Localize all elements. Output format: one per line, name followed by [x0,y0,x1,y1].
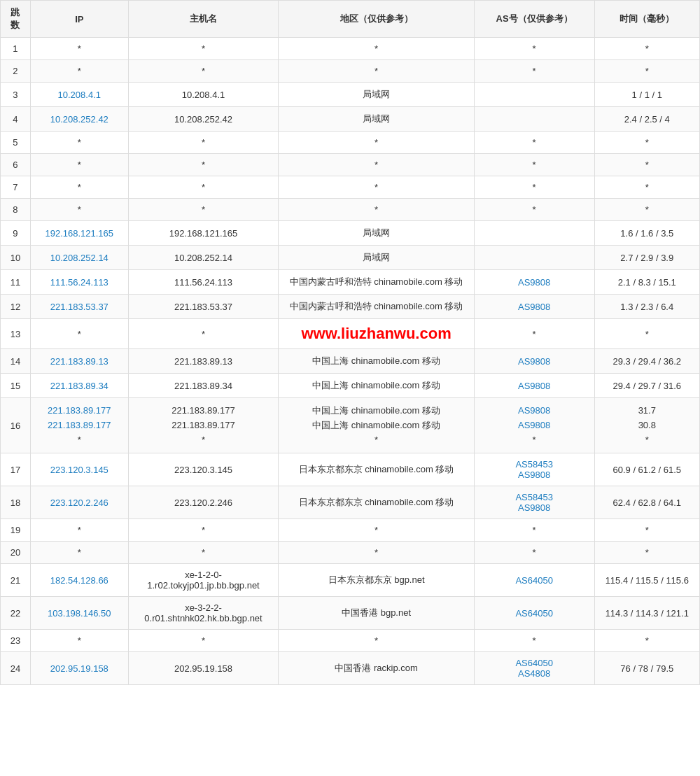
cell-time: * [594,60,699,83]
table-row: 12221.183.53.37221.183.53.37中国内蒙古呼和浩特 ch… [1,295,700,319]
cell-host: 223.120.3.145 [128,453,279,486]
cell-hop: 17 [1,453,31,486]
table-header-row: 跳数 IP 主机名 地区（仅供参考） AS号（仅供参考） 时间（毫秒） [1,1,700,38]
cell-time: 1.3 / 2.3 / 6.4 [594,295,699,319]
cell-hop: 24 [1,652,31,685]
cell-hop: 5 [1,132,31,154]
table-row: 1010.208.252.1410.208.252.14局域网2.7 / 2.9… [1,246,700,270]
cell-time: * [594,154,699,176]
cell-hop: 22 [1,597,31,630]
cell-hop: 3 [1,83,31,107]
table-row: 21182.54.128.66xe-1-2-0-1.r02.tokyjp01.j… [1,564,700,597]
cell-ip: 221.183.89.13 [30,349,128,374]
cell-ip: * [30,154,128,176]
cell-region: * [279,60,474,83]
cell-as: * [474,38,594,60]
cell-ip: 192.168.121.165 [30,221,128,246]
cell-time: 115.4 / 115.5 / 115.6 [594,564,699,597]
cell-as [474,83,594,107]
cell-time: 29.3 / 29.4 / 36.2 [594,349,699,374]
cell-region: 中国香港 bgp.net [279,597,474,630]
cell-ip: 223.120.3.145 [30,453,128,486]
table-row: 19***** [1,519,700,542]
cell-ip: 10.208.252.42 [30,107,128,132]
cell-host: 192.168.121.165 [128,221,279,246]
table-row: 15221.183.89.34221.183.89.34中国上海 chinamo… [1,374,700,398]
cell-time: 31.730.8* [594,398,699,453]
cell-as: AS9808 [474,295,594,319]
table-row: 7***** [1,176,700,199]
cell-hop: 21 [1,564,31,597]
cell-host: * [128,519,279,542]
cell-ip: * [30,176,128,199]
header-ip: IP [30,1,128,38]
cell-as: * [474,132,594,154]
cell-ip: * [30,542,128,564]
cell-time: 2.4 / 2.5 / 4 [594,107,699,132]
cell-as: * [474,154,594,176]
cell-host: 221.183.89.13 [128,349,279,374]
cell-as: * [474,519,594,542]
cell-host: 221.183.89.34 [128,374,279,398]
table-row: 14221.183.89.13221.183.89.13中国上海 chinamo… [1,349,700,374]
cell-host: * [128,154,279,176]
cell-region: * [279,630,474,652]
cell-hop: 11 [1,270,31,295]
table-row: 2***** [1,60,700,83]
cell-time: * [594,319,699,349]
cell-as: * [474,319,594,349]
cell-region: 日本东京都东京 chinamobile.com 移动 [279,453,474,486]
cell-hop: 19 [1,519,31,542]
cell-ip: 103.198.146.50 [30,597,128,630]
cell-hop: 13 [1,319,31,349]
cell-region: 局域网 [279,83,474,107]
cell-host: * [128,60,279,83]
cell-ip: 221.183.89.177221.183.89.177* [30,398,128,453]
table-row: 24202.95.19.158202.95.19.158中国香港 rackip.… [1,652,700,685]
cell-ip: 223.120.2.246 [30,486,128,519]
cell-hop: 12 [1,295,31,319]
cell-region: 日本东京都东京 chinamobile.com 移动 [279,486,474,519]
table-row: 13**www.liuzhanwu.com** [1,319,700,349]
table-row: 1***** [1,38,700,60]
cell-host: 221.183.89.177221.183.89.177* [128,398,279,453]
cell-ip: * [30,38,128,60]
cell-hop: 2 [1,60,31,83]
cell-region: * [279,132,474,154]
cell-hop: 7 [1,176,31,199]
cell-ip: 182.54.128.66 [30,564,128,597]
cell-host: 223.120.2.246 [128,486,279,519]
cell-region: www.liuzhanwu.com [279,319,474,349]
cell-time: 60.9 / 61.2 / 61.5 [594,453,699,486]
cell-region: 局域网 [279,246,474,270]
cell-ip: 202.95.19.158 [30,652,128,685]
cell-time: * [594,38,699,60]
table-row: 6***** [1,154,700,176]
cell-as: AS58453AS9808 [474,486,594,519]
traceroute-table: 跳数 IP 主机名 地区（仅供参考） AS号（仅供参考） 时间（毫秒） 1***… [0,0,700,685]
cell-as: * [474,630,594,652]
cell-ip: 111.56.24.113 [30,270,128,295]
table-row: 410.208.252.4210.208.252.42局域网2.4 / 2.5 … [1,107,700,132]
header-time: 时间（毫秒） [594,1,699,38]
cell-hop: 9 [1,221,31,246]
cell-as: AS64050 [474,597,594,630]
cell-host: * [128,630,279,652]
cell-as: AS9808 [474,349,594,374]
cell-as: AS9808AS9808* [474,398,594,453]
cell-host: * [128,176,279,199]
cell-host: xe-1-2-0-1.r02.tokyjp01.jp.bb.bgp.net [128,564,279,597]
cell-as: * [474,60,594,83]
cell-region: 局域网 [279,107,474,132]
table-row: 22103.198.146.50xe-3-2-2-0.r01.shtnhk02.… [1,597,700,630]
cell-host: 10.208.4.1 [128,83,279,107]
cell-ip: * [30,199,128,221]
cell-time: 2.1 / 8.3 / 15.1 [594,270,699,295]
cell-host: 202.95.19.158 [128,652,279,685]
cell-region: * [279,199,474,221]
cell-ip: 10.208.4.1 [30,83,128,107]
table-row: 23***** [1,630,700,652]
cell-hop: 8 [1,199,31,221]
cell-host: * [128,319,279,349]
cell-region: * [279,176,474,199]
